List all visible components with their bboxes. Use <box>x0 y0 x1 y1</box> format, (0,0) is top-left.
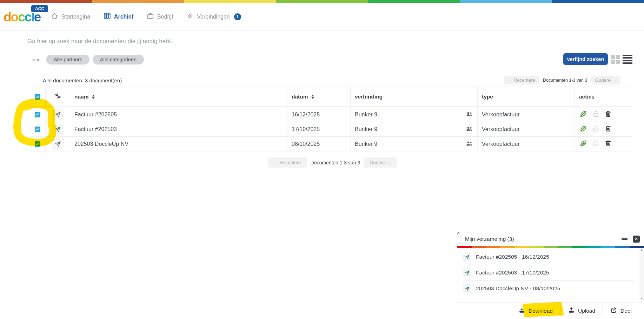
collection-item-label: Factuur #202503 - 17/10/2025 <box>476 270 549 276</box>
header-naam[interactable]: naam <box>70 87 287 107</box>
row-type: Verkoopfactuur <box>478 137 575 151</box>
toolbar-divider <box>27 68 634 68</box>
table-row[interactable]: Factuur #202503 17/10/2025 Bunker 9 Verk… <box>29 122 632 137</box>
row-actions <box>575 137 632 151</box>
paper-plane-icon[interactable] <box>52 124 64 135</box>
eco-leaf-icon[interactable] <box>579 139 587 149</box>
row-actions <box>575 122 632 136</box>
people-icon <box>465 110 473 119</box>
home-icon <box>51 12 58 21</box>
share-button[interactable]: Deel <box>603 305 639 317</box>
signpost-icon <box>54 92 62 101</box>
upload-button[interactable]: Upload <box>560 305 603 317</box>
row-date: 16/12/2025 <box>287 107 351 122</box>
refine-search-button[interactable]: verfijnd zoeken <box>563 53 608 65</box>
table-header-row: naam datum verbinding type acties <box>29 87 632 107</box>
collection-panel-title: Mijn verzameling (3) <box>465 236 622 242</box>
download-button[interactable]: Download <box>511 305 560 317</box>
minimize-icon[interactable] <box>622 238 628 240</box>
connections-count-badge: 1 <box>234 13 241 20</box>
row-send-cell <box>46 137 70 151</box>
lock-icon[interactable] <box>592 140 600 149</box>
grid-view-icon[interactable] <box>611 55 620 64</box>
row-connection: Bunker 9 <box>351 107 478 122</box>
row-send-cell <box>46 107 70 122</box>
row-checkbox[interactable] <box>35 141 40 147</box>
paper-plane-icon[interactable] <box>52 138 64 150</box>
row-date: 08/10/2025 <box>287 137 351 151</box>
sort-icon[interactable] <box>311 95 314 99</box>
collection-list-item[interactable]: Factuur #202505 - 16/12/2025 <box>463 249 634 265</box>
older-button[interactable]: Oudere → <box>591 76 621 84</box>
download-icon <box>518 307 525 315</box>
row-date: 17/10/2025 <box>287 122 351 136</box>
collection-list-item[interactable]: Factuur #202503 - 17/10/2025 <box>463 265 634 281</box>
archive-books-icon <box>104 12 111 21</box>
paper-plane-icon[interactable] <box>52 109 64 120</box>
pagination-top: ← Recentere Documenten 1-3 van 3 Oudere … <box>504 76 621 84</box>
select-all-cell <box>29 87 46 107</box>
table-row[interactable]: Factuur #202505 16/12/2025 Bunker 9 Verk… <box>29 107 632 122</box>
row-name[interactable]: Factuur #202505 <box>70 107 287 122</box>
select-all-checkbox[interactable] <box>35 94 40 100</box>
results-count: Alle documenten: 3 document(en) <box>43 77 122 83</box>
acc-environment-badge: ACC <box>30 4 49 13</box>
newer-button[interactable]: ← Recentere <box>268 157 307 168</box>
scroll-down-icon[interactable]: ▼ <box>640 297 643 300</box>
header-verbinding: verbinding <box>351 87 478 107</box>
link-icon <box>186 12 194 21</box>
nav-item-verbindingen[interactable]: Verbindingen 1 <box>186 12 241 21</box>
lock-icon[interactable] <box>592 110 600 119</box>
row-name[interactable]: Factuur #202503 <box>70 122 287 136</box>
scroll-up-icon[interactable]: ▲ <box>640 249 643 252</box>
search-hint[interactable]: Ga hier op zoek naar de documenten die j… <box>27 38 172 45</box>
nav-item-archief[interactable]: Archief <box>104 12 133 21</box>
categories-filter-chip[interactable]: Alle categorieën <box>93 55 144 65</box>
collection-panel: Mijn verzameling (3) ✕ ▲ ▼ Factuur #2025… <box>457 232 644 319</box>
row-send-cell <box>46 122 70 136</box>
trash-icon[interactable] <box>604 140 612 149</box>
pagination-bottom: ← Recentere Documenten 1-3 van 3 Oudere … <box>268 157 397 168</box>
nav-item-bedrijf[interactable]: Bedrijf <box>147 12 173 21</box>
upload-icon <box>568 307 575 315</box>
newer-button[interactable]: ← Recentere <box>504 76 539 84</box>
document-table: naam datum verbinding type acties <box>29 87 632 151</box>
row-type: Verkoopfactuur <box>478 122 575 136</box>
trash-icon[interactable] <box>604 110 612 119</box>
partners-filter-chip[interactable]: Alle partners <box>46 55 89 65</box>
sort-icon[interactable] <box>92 95 95 99</box>
trash-icon[interactable] <box>604 125 612 134</box>
nav-label: Startpagina <box>61 14 90 20</box>
row-checkbox[interactable] <box>35 127 40 132</box>
collection-panel-footer: Download Upload Deel <box>457 303 644 319</box>
eco-leaf-icon[interactable] <box>579 110 587 120</box>
list-view-icon[interactable] <box>623 55 632 64</box>
close-icon[interactable]: ✕ <box>633 236 640 243</box>
collection-list-item[interactable]: 202503 DoccleUp NV - 08/10/2025 <box>463 281 634 296</box>
row-select-cell <box>29 122 46 136</box>
people-icon <box>465 140 473 149</box>
row-connection: Bunker 9 <box>351 122 478 136</box>
signpost-header-cell <box>46 87 70 107</box>
header-type: type <box>478 87 575 107</box>
header-datum[interactable]: datum <box>287 87 351 107</box>
lock-icon[interactable] <box>592 125 600 134</box>
row-select-cell <box>29 137 46 151</box>
eco-leaf-icon[interactable] <box>579 124 587 134</box>
share-icon <box>610 307 617 315</box>
row-name[interactable]: 202503 DoccleUp NV <box>70 137 287 151</box>
table-row[interactable]: 202503 DoccleUp NV 08/10/2025 Bunker 9 V… <box>29 137 632 151</box>
row-type: Verkoopfactuur <box>478 107 575 122</box>
collection-list: ▲ ▼ Factuur #202505 - 16/12/2025 Factuur… <box>457 248 644 303</box>
panel-scrollbar[interactable]: ▲ ▼ <box>639 248 644 301</box>
app-header: ACC doccle Startpagina Archief Bedrijf <box>0 3 644 31</box>
nav-label: Bedrijf <box>157 14 173 20</box>
paper-plane-icon <box>463 253 471 261</box>
main-nav: Startpagina Archief Bedrijf Verbindingen <box>51 3 241 30</box>
row-checkbox[interactable] <box>35 112 40 117</box>
older-button[interactable]: Oudere → <box>364 157 397 168</box>
nav-label: Verbindingen <box>197 14 230 20</box>
nav-item-startpagina[interactable]: Startpagina <box>51 12 90 21</box>
paper-plane-icon <box>463 269 471 277</box>
show-label: toon <box>32 57 40 62</box>
